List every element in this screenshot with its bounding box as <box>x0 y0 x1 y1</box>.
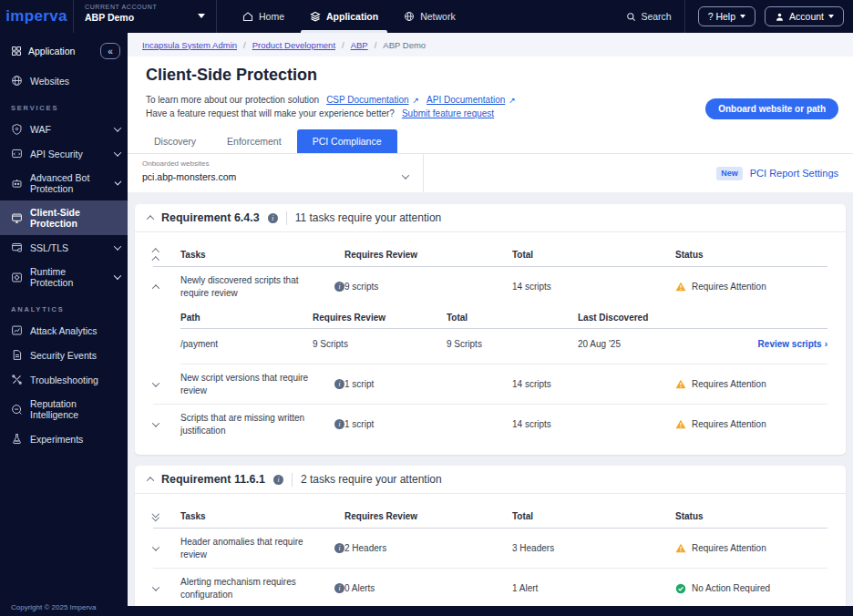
sidebar-item-security-events[interactable]: Security Events <box>0 343 128 367</box>
sidebar-item-waf[interactable]: WAF <box>0 117 128 141</box>
col-total: Total <box>512 250 675 260</box>
breadcrumb-link[interactable]: Product Development <box>252 40 335 50</box>
task-row: Alerting mechanism requires configuratio… <box>153 569 827 606</box>
info-icon[interactable]: i <box>334 583 344 593</box>
nav-network[interactable]: Network <box>391 0 468 33</box>
task-row: Header anomalies that require review i 2… <box>153 529 827 569</box>
search-label: Search <box>641 11 671 22</box>
sidebar-item-label: Reputation Intelligence <box>30 398 120 420</box>
col-requires-review: Requires Review <box>344 250 512 260</box>
col-requires-review: Requires Review <box>313 313 447 323</box>
info-icon[interactable]: i <box>273 475 283 485</box>
info-icon[interactable]: i <box>334 419 344 429</box>
sidebar-item-label: Runtime Protection <box>30 266 108 288</box>
requirement-6-4-3-body: Tasks Requires Review Total Status Newly… <box>135 232 846 455</box>
chevron-down-icon <box>114 272 121 279</box>
expand-row-icon[interactable] <box>152 543 159 550</box>
status-text: Requires Attention <box>692 543 766 553</box>
collapse-chevron-icon[interactable] <box>147 477 154 484</box>
task-row: Scripts that are missing written justifi… <box>153 405 827 444</box>
requires-review-value: 0 Alerts <box>344 583 512 593</box>
divider <box>684 0 685 33</box>
nav-home-label: Home <box>259 11 284 22</box>
breadcrumb-current: ABP Demo <box>383 40 426 50</box>
sidebar-collapse-button[interactable]: « <box>100 43 120 59</box>
csp-documentation-link[interactable]: CSP Documentation <box>326 95 408 105</box>
imperva-logo: imperva <box>0 7 73 26</box>
filter-bar-right: New PCI Report Settings <box>424 154 853 192</box>
total-value: 9 Scripts <box>447 339 578 349</box>
task-name: Scripts that are missing written justifi… <box>180 412 327 436</box>
sidebar-item-troubleshooting[interactable]: Troubleshooting <box>0 367 128 392</box>
application-icon <box>310 11 321 22</box>
collapse-icon: « <box>108 46 113 56</box>
top-bar: imperva CURRENT ACCOUNT ABP Demo Home Ap… <box>0 0 853 33</box>
submit-feature-request-link[interactable]: Submit feature request <box>402 108 494 118</box>
expand-all-icon[interactable] <box>153 513 180 519</box>
search-icon <box>626 12 636 22</box>
intro-label: To learn more about our protection solut… <box>146 95 319 105</box>
nav-application[interactable]: Application <box>297 0 391 33</box>
collapse-chevron-icon[interactable] <box>147 215 154 222</box>
breadcrumb-link[interactable]: Incapsula System Admin <box>142 40 237 50</box>
browser-shield-icon <box>11 212 23 224</box>
warning-triangle-icon <box>675 543 686 553</box>
collapse-row-icon[interactable] <box>152 284 159 292</box>
expand-row-icon[interactable] <box>152 419 159 426</box>
col-total: Total <box>512 511 675 521</box>
current-account-label: CURRENT ACCOUNT <box>85 4 205 10</box>
sidebar: Application « Websites SERVICES WAF API … <box>0 33 128 616</box>
breadcrumb-separator: / <box>342 40 344 50</box>
search-button[interactable]: Search <box>626 11 671 22</box>
onboarded-websites-select[interactable]: Onboarded websites pci.abp-monsters.com <box>128 154 424 192</box>
task-name: Newly discovered scripts that require re… <box>180 274 327 299</box>
sidebar-item-attack-analytics[interactable]: Attack Analytics <box>0 318 128 343</box>
sidebar-item-reputation-intelligence[interactable]: Reputation Intelligence <box>0 392 128 426</box>
col-tasks: Tasks <box>180 250 344 260</box>
breadcrumb-link[interactable]: ABP <box>351 40 368 50</box>
breadcrumb-separator: / <box>375 40 377 50</box>
grid-icon <box>11 46 22 56</box>
tab-pci-compliance[interactable]: PCI Compliance <box>297 129 397 153</box>
info-icon[interactable]: i <box>268 213 278 223</box>
sidebar-item-api-security[interactable]: API Security <box>0 141 128 166</box>
tab-discovery[interactable]: Discovery <box>139 129 211 153</box>
sidebar-item-label: API Security <box>30 149 83 159</box>
expand-row-icon[interactable] <box>152 379 159 386</box>
help-button[interactable]: ? Help <box>698 6 755 26</box>
info-icon[interactable]: i <box>334 282 344 292</box>
status-text: Requires Attention <box>692 282 766 292</box>
sidebar-item-advanced-bot-protection[interactable]: Advanced Bot Protection <box>0 166 128 200</box>
chevron-right-icon: › <box>825 339 827 349</box>
current-account-selector[interactable]: CURRENT ACCOUNT ABP Demo <box>73 0 217 33</box>
account-button[interactable]: Account <box>765 6 844 26</box>
sidebar-item-client-side-protection[interactable]: Client-Side Protection <box>0 200 128 235</box>
success-check-icon <box>675 583 686 594</box>
info-icon[interactable]: i <box>334 379 344 389</box>
bot-icon <box>11 178 23 190</box>
nav-home[interactable]: Home <box>230 0 297 33</box>
sidebar-item-websites[interactable]: Websites <box>0 68 128 93</box>
review-scripts-link[interactable]: Review scripts › <box>758 339 827 349</box>
api-documentation-link[interactable]: API Documentation <box>426 95 505 105</box>
pci-report-settings-link[interactable]: PCI Report Settings <box>750 168 838 179</box>
selected-website: pci.abp-monsters.com <box>142 171 236 182</box>
sidebar-item-label: Attack Analytics <box>30 325 98 336</box>
sidebar-item-experiments[interactable]: Experiments <box>0 426 128 451</box>
info-icon[interactable]: i <box>334 543 344 553</box>
tools-icon <box>11 374 23 385</box>
sidebar-item-label: Client-Side Protection <box>30 207 120 229</box>
divider <box>286 211 287 225</box>
tab-enforcement[interactable]: Enforcement <box>211 129 297 153</box>
requirement-6-4-3-card: Requirement 6.4.3 i 11 tasks require you… <box>135 204 846 455</box>
total-value: 14 scripts <box>512 379 675 389</box>
sidebar-item-ssl-tls[interactable]: SSL/TLS <box>0 235 128 260</box>
warning-triangle-icon <box>675 282 686 292</box>
expand-row-icon[interactable] <box>152 583 159 590</box>
experiments-icon <box>11 433 23 445</box>
page-header: Client-Side Protection To learn more abo… <box>128 56 853 154</box>
sidebar-item-runtime-protection[interactable]: Runtime Protection <box>0 260 128 294</box>
collapse-all-icon[interactable] <box>153 247 180 262</box>
chevron-down-icon <box>114 149 121 156</box>
onboard-website-button[interactable]: Onboard website or path <box>705 98 838 119</box>
